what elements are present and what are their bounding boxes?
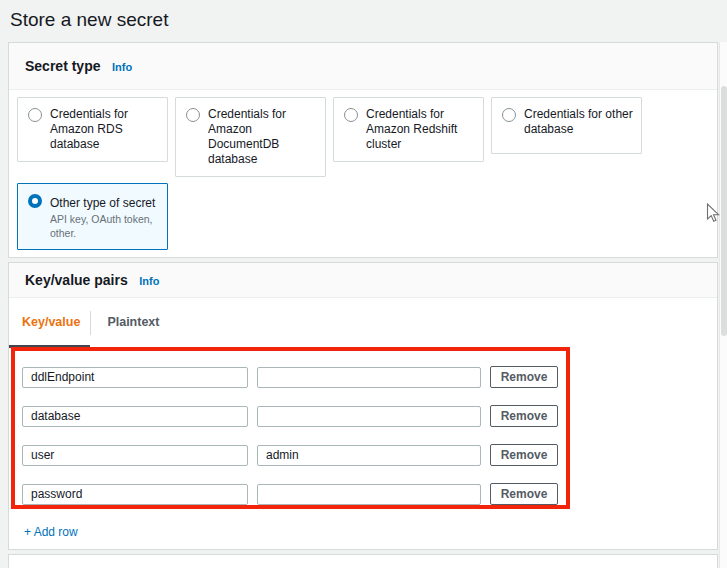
table-row: Remove (22, 366, 717, 388)
key-input[interactable] (22, 367, 248, 388)
encryption-key-panel: Encryption key Info You can encrypt usin… (8, 554, 718, 568)
secret-type-panel: Secret type Info Credentials for Amazon … (8, 42, 718, 258)
value-input[interactable] (257, 406, 481, 427)
option-card-documentdb[interactable]: Credentials for Amazon DocumentDB databa… (175, 97, 326, 177)
radio-button-icon[interactable] (502, 108, 516, 122)
tab-key-value[interactable]: Key/value (9, 298, 90, 348)
secret-type-options: Credentials for Amazon RDS database Cred… (9, 90, 717, 257)
secret-type-header: Secret type Info (9, 43, 717, 90)
option-card-other-database[interactable]: Credentials for other database (491, 97, 642, 154)
remove-button[interactable]: Remove (490, 366, 558, 388)
radio-button-icon[interactable] (28, 108, 42, 122)
option-description: API key, OAuth token, other. (50, 213, 159, 240)
key-value-rows: Remove Remove Remove Remove + Add row (9, 348, 717, 549)
key-input[interactable] (22, 406, 248, 427)
option-card-other-secret[interactable]: Other type of secret API key, OAuth toke… (17, 183, 168, 250)
value-input[interactable] (257, 367, 481, 388)
value-input[interactable] (257, 484, 481, 505)
key-value-header: Key/value pairs Info (9, 263, 717, 298)
key-input[interactable] (22, 484, 248, 505)
option-label: Other type of secret (50, 196, 155, 210)
tab-plaintext[interactable]: Plaintext (91, 298, 175, 348)
remove-button[interactable]: Remove (490, 405, 558, 427)
key-value-tabs: Key/value Plaintext (9, 298, 717, 348)
key-value-panel: Key/value pairs Info Key/value Plaintext… (8, 262, 718, 550)
option-label: Credentials for Amazon Redshift cluster (366, 107, 475, 152)
value-input[interactable] (257, 445, 481, 466)
table-row: Remove (22, 405, 717, 427)
vertical-scrollbar[interactable] (719, 42, 727, 568)
option-label: Credentials for Amazon DocumentDB databa… (208, 107, 317, 167)
scrollbar-thumb[interactable] (721, 86, 727, 336)
secret-type-info-link[interactable]: Info (112, 61, 132, 73)
remove-button[interactable]: Remove (490, 483, 558, 505)
key-value-heading: Key/value pairs (25, 272, 128, 288)
option-label: Credentials for other database (524, 107, 633, 144)
table-row: Remove (22, 444, 717, 466)
secret-type-heading: Secret type (25, 58, 100, 74)
option-label: Credentials for Amazon RDS database (50, 107, 159, 152)
radio-button-icon[interactable] (186, 108, 200, 122)
radio-button-icon[interactable] (344, 108, 358, 122)
option-card-rds[interactable]: Credentials for Amazon RDS database (17, 97, 168, 162)
option-card-redshift[interactable]: Credentials for Amazon Redshift cluster (333, 97, 484, 162)
add-row-link[interactable]: + Add row (24, 525, 78, 539)
table-row: Remove (22, 483, 717, 505)
radio-button-checked-icon[interactable] (28, 194, 42, 208)
page-title: Store a new secret (0, 0, 727, 42)
key-value-info-link[interactable]: Info (139, 275, 159, 287)
remove-button[interactable]: Remove (490, 444, 558, 466)
key-input[interactable] (22, 445, 248, 466)
